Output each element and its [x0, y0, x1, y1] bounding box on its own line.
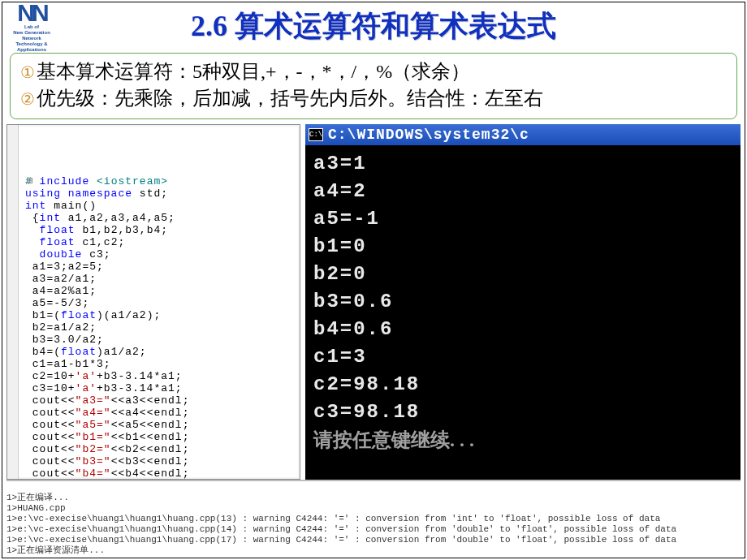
c: double	[40, 248, 83, 261]
c: int	[25, 200, 46, 212]
c: 'a'	[76, 382, 97, 394]
c: include	[32, 175, 97, 187]
content-box: ①基本算术运算符：5种双目,+，-，*，/，%（求余） ②优先级：先乘除，后加减…	[10, 53, 737, 119]
c: c1=a1-b1*3;	[25, 358, 111, 370]
c: )a1/a2;	[97, 346, 147, 358]
console-line: b4=0.6	[313, 316, 741, 343]
c: using namespace	[25, 187, 132, 200]
fold-icon: ⊟	[27, 175, 34, 187]
console-line: a3=1	[313, 150, 741, 178]
c: cout<<	[25, 407, 76, 419]
c: "b1="	[76, 431, 111, 443]
c: c1,c2;	[76, 236, 126, 248]
c: {	[25, 212, 40, 224]
code-gutter	[7, 125, 19, 479]
c: <<b1<<endl;	[111, 431, 190, 443]
warning-line: 1>e:\vc-execise\huang1\huang1\huang.cpp(…	[6, 535, 676, 545]
logo-sub3: Technology & Applications	[6, 41, 57, 53]
c: cout<<	[25, 431, 76, 443]
c: int	[40, 212, 61, 224]
warning-line: 1>e:\vc-execise\huang1\huang1\huang.cpp(…	[6, 524, 676, 534]
c: "a5="	[76, 419, 111, 431]
c: c3;	[82, 248, 110, 261]
c: b1=(	[25, 309, 61, 321]
console-icon: C:\	[309, 128, 323, 141]
bullet-2-text: 优先级：先乘除，后加减，括号先内后外。结合性：左至右	[37, 88, 543, 109]
c: a5=-5/3;	[25, 297, 89, 309]
c: <<a3<<endl;	[111, 394, 190, 407]
warning-line: 1>e:\vc-execise\huang1\huang1\huang.cpp(…	[6, 514, 660, 523]
c: )(a1/a2);	[97, 309, 161, 321]
c: b2=a1/a2;	[25, 321, 97, 334]
c: <iostream>	[97, 175, 168, 187]
c: a4=a2%a1;	[25, 285, 97, 297]
bullet-marker-1: ①	[20, 63, 35, 81]
c: cout<<	[25, 394, 76, 407]
warning-line: 1>HUANG.cpp	[6, 503, 66, 513]
c: "b3="	[76, 455, 111, 467]
c: "b2="	[76, 443, 111, 455]
c: a1=3;a2=5;	[25, 261, 104, 273]
logo-text: NN	[17, 2, 45, 24]
c: a3=a2/a1;	[25, 273, 97, 285]
bullet-2: ②优先级：先乘除，后加减，括号先内后外。结合性：左至右	[20, 85, 727, 112]
bullet-1: ①基本算术运算符：5种双目,+，-，*，/，%（求余）	[20, 58, 727, 85]
console-titlebar: C:\ C:\WINDOWS\system32\c	[305, 124, 741, 145]
console-line: b1=0	[313, 233, 741, 261]
c: <<a5<<endl;	[111, 419, 190, 431]
c: "a4="	[76, 407, 111, 419]
logo-sub1: Lab of	[24, 24, 39, 30]
c: +b3-3.14*a1;	[97, 370, 183, 382]
c: c3=10+	[25, 382, 76, 394]
c: a1,a2,a3,a4,a5;	[61, 212, 175, 224]
c: main()	[46, 200, 97, 212]
logo-sub2: New Generation Network	[6, 30, 57, 41]
console-line: c2=98.18	[313, 371, 741, 398]
c: float	[61, 346, 97, 358]
c: cout<<	[25, 419, 76, 431]
c: b3=3.0/a2;	[25, 334, 104, 346]
c: "a3="	[76, 394, 111, 407]
c: 'a'	[76, 370, 97, 382]
console-line: b2=0	[313, 261, 741, 288]
c: <<b2<<endl;	[111, 443, 190, 455]
console-line: a4=2	[313, 178, 741, 205]
c	[25, 224, 40, 236]
build-output: 1>正在编译... 1>HUANG.cpp 1>e:\vc-execise\hu…	[6, 480, 741, 556]
c: "b4="	[76, 467, 111, 480]
slide-title: 2.6 算术运算符和算术表达式	[0, 0, 747, 46]
console-prompt: 请按任意键继续. . .	[313, 426, 741, 454]
console-line: a5=-1	[313, 205, 741, 233]
console-window: C:\ C:\WINDOWS\system32\c a3=1 a4=2 a5=-…	[305, 124, 741, 480]
c: cout<<	[25, 443, 76, 455]
bullet-1-text: 基本算术运算符：5种双目,+，-，*，/，%（求余）	[37, 61, 470, 82]
c: <<a4<<endl;	[111, 407, 190, 419]
c: b4=(	[25, 346, 61, 358]
warning-line: 1>正在编译...	[6, 493, 69, 502]
warning-line: 1>正在编译资源清单...	[6, 545, 105, 555]
c: cout<<	[25, 467, 76, 480]
c: +b3-3.14*a1;	[97, 382, 183, 394]
c: std;	[132, 187, 168, 200]
console-line: c1=3	[313, 343, 741, 371]
console-title-text: C:\WINDOWS\system32\c	[328, 127, 529, 143]
c	[25, 248, 40, 261]
bullet-marker-2: ②	[20, 90, 35, 108]
c: float	[61, 309, 97, 321]
c: <<b4<<endl;	[111, 467, 190, 480]
c: b1,b2,b3,b4;	[76, 224, 168, 236]
logo: NN Lab of New Generation Network Technol…	[6, 2, 57, 41]
panels: ⊟# include <iostream> using namespace st…	[6, 124, 741, 480]
console-line: b3=0.6	[313, 288, 741, 316]
c: float	[40, 236, 76, 248]
code-body: ⊟# include <iostream> using namespace st…	[25, 163, 300, 480]
code-editor: ⊟# include <iostream> using namespace st…	[6, 124, 300, 480]
c: <<b3<<endl;	[111, 455, 190, 467]
c: float	[40, 224, 76, 236]
c: c2=10+	[25, 370, 76, 382]
c	[25, 236, 40, 248]
console-line: c3=98.18	[313, 398, 741, 426]
console-output: a3=1 a4=2 a5=-1 b1=0 b2=0 b3=0.6 b4=0.6 …	[305, 145, 741, 480]
c: cout<<	[25, 455, 76, 467]
